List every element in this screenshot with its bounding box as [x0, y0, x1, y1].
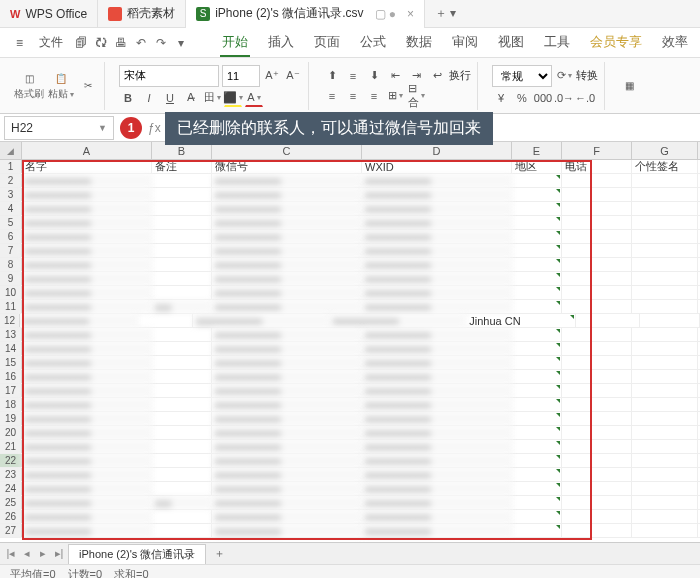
cell[interactable]	[152, 342, 212, 355]
cell[interactable]: xxx	[152, 300, 212, 313]
cell[interactable]	[562, 370, 632, 383]
cell[interactable]	[152, 244, 212, 257]
cell[interactable]	[152, 258, 212, 271]
cell[interactable]: xxxxxxxxxxxx	[212, 384, 362, 397]
cell[interactable]	[152, 454, 212, 467]
tab-review[interactable]: 审阅	[450, 29, 480, 57]
cell[interactable]: xxxxxxxxxxxx	[362, 230, 512, 243]
fill-color-button[interactable]: ⬛	[224, 89, 242, 107]
cell[interactable]: xxxxxxxxxxxx	[212, 300, 362, 313]
add-tab-button[interactable]: ＋ ▾	[425, 5, 466, 22]
cell[interactable]	[512, 412, 562, 425]
tab-page[interactable]: 页面	[312, 29, 342, 57]
transform-button[interactable]: ⟳	[555, 67, 573, 85]
cell[interactable]: xxxxxxxxxxxx	[212, 510, 362, 523]
cell[interactable]: 地区	[512, 160, 562, 173]
spreadsheet-grid[interactable]: ◢ A B C D E F G 1名字备注微信号WXID地区电话个性签名2xxx…	[0, 142, 700, 542]
cell[interactable]: xxxxxxxxxxxx	[212, 440, 362, 453]
cell[interactable]	[152, 272, 212, 285]
border-button[interactable]: 田	[203, 89, 221, 107]
cell[interactable]: xxxxxxxxxxxx	[22, 454, 152, 467]
qa-icon-3[interactable]: ↶	[133, 35, 149, 51]
sheet-nav-next[interactable]: ▸	[36, 547, 50, 560]
cell[interactable]	[152, 426, 212, 439]
row-header[interactable]: 1	[0, 160, 22, 173]
row-header[interactable]: 11	[0, 300, 22, 313]
cell[interactable]: xxxxxxxxxxxx	[362, 412, 512, 425]
dec-dec-icon[interactable]: ←.0	[576, 89, 594, 107]
cell[interactable]	[562, 300, 632, 313]
cell[interactable]	[562, 230, 632, 243]
cell[interactable]: xxxxxxxxxxxx	[362, 258, 512, 271]
merge2-button[interactable]: ⊟ 合	[407, 87, 425, 105]
cell[interactable]: xxxxxxxxxxxx	[362, 426, 512, 439]
dec-inc-icon[interactable]: .0→	[555, 89, 573, 107]
cell[interactable]	[562, 454, 632, 467]
indent-dec-icon[interactable]: ⇤	[386, 67, 404, 85]
cell[interactable]	[512, 510, 562, 523]
row-header[interactable]: 2	[0, 174, 22, 187]
increase-font-icon[interactable]: A⁺	[263, 67, 281, 85]
cell[interactable]: xxxxxxxxxxxx	[22, 258, 152, 271]
app-tab-csv[interactable]: S iPhone (2)'s 微信通讯录.csv ▢ ● ×	[186, 0, 425, 28]
cell[interactable]	[632, 426, 698, 439]
row-header[interactable]: 27	[0, 524, 22, 537]
cell[interactable]	[512, 258, 562, 271]
cell[interactable]	[512, 272, 562, 285]
cell[interactable]	[138, 314, 193, 327]
cell[interactable]: xxxxxxxxxxxx	[362, 398, 512, 411]
cell[interactable]: xxxxxxxxxxxx	[212, 202, 362, 215]
cell[interactable]	[562, 342, 632, 355]
cell[interactable]: 微信号	[212, 160, 362, 173]
cell[interactable]	[562, 524, 632, 537]
cell[interactable]: xxxxxxxxxxxx	[212, 286, 362, 299]
row-header[interactable]: 16	[0, 370, 22, 383]
cell[interactable]	[632, 510, 698, 523]
cell[interactable]: xxxxxxxxxxxx	[362, 524, 512, 537]
cell[interactable]	[632, 454, 698, 467]
tab-formula[interactable]: 公式	[358, 29, 388, 57]
cell[interactable]	[152, 370, 212, 383]
cell[interactable]	[632, 202, 698, 215]
cell[interactable]	[152, 202, 212, 215]
cell[interactable]	[512, 342, 562, 355]
cell[interactable]	[562, 468, 632, 481]
cell[interactable]	[512, 524, 562, 537]
row-header[interactable]: 15	[0, 356, 22, 369]
cell[interactable]: xxxxxxxxxxxx	[22, 188, 152, 201]
cell[interactable]	[512, 300, 562, 313]
cell[interactable]: xxxxxxxxxxxx	[212, 258, 362, 271]
paste-button[interactable]: 📋粘贴	[48, 71, 74, 101]
cell[interactable]	[562, 510, 632, 523]
add-sheet-button[interactable]: ＋	[208, 546, 231, 561]
row-header[interactable]: 21	[0, 440, 22, 453]
cell[interactable]: xxxxxxxxxxxx	[362, 188, 512, 201]
cell[interactable]	[562, 188, 632, 201]
cell[interactable]: xxxxxxxxxxxx	[212, 468, 362, 481]
row-header[interactable]: 17	[0, 384, 22, 397]
cell[interactable]	[632, 328, 698, 341]
cell[interactable]: xxxxxxxxxxxx	[212, 412, 362, 425]
cell[interactable]: xxxxxxxxxxxx	[22, 328, 152, 341]
cell[interactable]	[512, 174, 562, 187]
currency-icon[interactable]: ¥	[492, 89, 510, 107]
sheet-nav-last[interactable]: ▸|	[52, 547, 66, 560]
row-header[interactable]: 9	[0, 272, 22, 285]
cell[interactable]	[152, 412, 212, 425]
cell[interactable]: xxxxxxxxxxxx	[22, 426, 152, 439]
cell[interactable]	[152, 188, 212, 201]
qa-icon-1[interactable]: 🗘	[93, 35, 109, 51]
sheet-nav-prev[interactable]: ◂	[20, 547, 34, 560]
cell[interactable]	[632, 272, 698, 285]
row-header[interactable]: 8	[0, 258, 22, 271]
cell[interactable]: xxxxxxxxxxxx	[362, 440, 512, 453]
cell[interactable]	[152, 286, 212, 299]
cell[interactable]: xxxxxxxxxxxx	[212, 356, 362, 369]
row-header[interactable]: 6	[0, 230, 22, 243]
cell[interactable]	[512, 426, 562, 439]
cell[interactable]: xxxxxxxxxxxx	[22, 230, 152, 243]
cell[interactable]	[512, 440, 562, 453]
row-header[interactable]: 26	[0, 510, 22, 523]
cell[interactable]	[562, 440, 632, 453]
row-header[interactable]: 13	[0, 328, 22, 341]
